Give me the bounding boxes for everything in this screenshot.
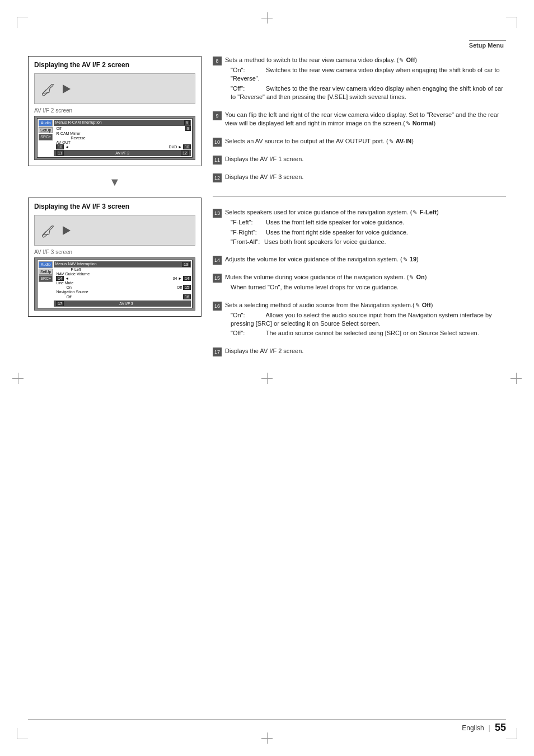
menu-row-nav-5: On Off 15 [54, 285, 191, 289]
corner-mark-tl [17, 17, 28, 28]
item-num-11: 11 [213, 156, 222, 165]
menu-title-row-avif3: Menus NAV Interruption 13 [54, 261, 191, 267]
header-title: Setup Menu [469, 40, 506, 49]
item-text-12: Displays the AV I/F 3 screen. [225, 173, 506, 183]
menu-btn-setup-3: SetUp [39, 269, 53, 275]
menu-btn-setup: SetUp [39, 127, 53, 134]
list-item-12: 12 Displays the AV I/F 3 screen. [213, 173, 506, 183]
list-item-9: 9 You can flip the left and right of the… [213, 111, 506, 130]
item-text-9: You can flip the left and right of the r… [225, 111, 506, 130]
item-num-16: 16 [213, 302, 222, 311]
item-num-10: 10 [213, 138, 222, 147]
menu-bottom-avif2: 11 AV I/F 2 12 [54, 150, 191, 156]
menu-btn-src: SRC+ [39, 134, 53, 140]
menu-left-buttons-avif3: Audio SetUp SRC+ [39, 261, 53, 307]
menu-bottom-avif3: 17 AV I/F 3 [54, 300, 191, 307]
item-text-11: Displays the AV I/F 1 screen. [225, 155, 506, 165]
menu-btn-audio: Audio [39, 120, 53, 126]
cross-left [12, 373, 24, 384]
item-num-14: 14 [213, 256, 222, 265]
list-item-11: 11 Displays the AV I/F 1 screen. [213, 155, 506, 165]
section-avif2-title: Displaying the AV I/F 2 screen [34, 61, 195, 69]
item-text-8: Sets a method to switch to the rear view… [225, 56, 506, 103]
item-num-8: 8 [213, 57, 222, 65]
menu-content-avif3: Menus NAV Interruption 13 F-Left NAV Gui… [54, 261, 191, 307]
menu-row-3: Reverse [54, 136, 191, 140]
menu-btn-src-3: SRC+ [39, 275, 53, 282]
list-item-15: 15 Mutes the volume during voice guidanc… [213, 273, 506, 293]
left-column: Displaying the AV I/F 2 screen AV I/F 2 … [28, 56, 202, 722]
item-text-16: Sets a selecting method of audio source … [225, 301, 506, 339]
menu-left-buttons-avif2: Audio SetUp SRC+ [39, 120, 53, 156]
menu-row-nav-7: Off 16 [54, 294, 191, 299]
header-bar: Setup Menu [28, 38, 506, 50]
wrench-icon-2 [39, 222, 57, 240]
list-item-8: 8 Sets a method to switch to the rear vi… [213, 56, 506, 103]
section-avif2: Displaying the AV I/F 2 screen AV I/F 2 … [28, 56, 202, 166]
menu-row-nav-3: 14 ◄ 34 ► 14 [54, 276, 191, 280]
menu-btn-audio-3: Audio [39, 261, 53, 268]
item-text-15: Mutes the volume during voice guidance o… [225, 273, 506, 293]
item-num-17: 17 [213, 348, 222, 356]
footer: English | 55 [28, 719, 506, 734]
item-num-13: 13 [213, 209, 222, 218]
menu-row-4: AV-OUT [54, 140, 191, 144]
screen-label-avif2: AV I/F 2 screen [34, 107, 195, 114]
corner-mark-bl [17, 728, 28, 739]
main-content: Displaying the AV I/F 2 screen AV I/F 2 … [28, 56, 506, 722]
item-num-15: 15 [213, 274, 222, 283]
arrow-down: ▼ [28, 176, 202, 187]
cross-top [261, 12, 273, 24]
item-num-9: 9 [213, 111, 222, 120]
screen-mockup-avif2 [34, 73, 195, 104]
menu-row-1: Off 9 [54, 126, 191, 131]
list-item-10: 10 Selects an AV source to be output at … [213, 137, 506, 147]
corner-mark-br [506, 728, 517, 739]
list-item-16: 16 Sets a selecting method of audio sour… [213, 301, 506, 339]
right-column: 8 Sets a method to switch to the rear vi… [213, 56, 506, 722]
cross-bottom [261, 732, 273, 744]
cross-right [510, 373, 522, 384]
menu-row-nav-4: Line Mute [54, 281, 191, 285]
corner-mark-tr [506, 17, 517, 28]
footer-language: English [462, 724, 484, 732]
menu-row-nav-2: NAV Guide Volume [54, 272, 191, 276]
play-icon-avif3 [63, 226, 71, 235]
screen-mockup-avif3 [34, 215, 195, 246]
section-avif3-title: Displaying the AV I/F 3 screen [34, 203, 195, 210]
section-avif3: Displaying the AV I/F 3 screen AV I/F 3 … [28, 198, 202, 317]
list-item-14: 14 Adjusts the volume for voice guidance… [213, 255, 506, 265]
item-num-12: 12 [213, 173, 222, 182]
menu-title-row-avif2: Menus R-CAM Interruption 8 [54, 120, 191, 126]
item-text-17: Displays the AV I/F 2 screen. [225, 347, 506, 357]
section-divider [213, 196, 506, 197]
list-item-13: 13 Selects speakers used for voice guida… [213, 208, 506, 247]
item-text-13: Selects speakers used for voice guidance… [225, 208, 506, 247]
wrench-icon [39, 80, 57, 98]
menu-row-nav-6: Navigation Source [54, 290, 191, 294]
footer-page-number: 55 [495, 722, 506, 734]
menu-screen-avif2: Audio SetUp SRC+ Menus R-CAM Interruptio… [34, 116, 195, 160]
menu-row-nav-1: F-Left [54, 267, 191, 271]
menu-row-5: 10 ◄ DVD ► 10 [54, 145, 191, 149]
list-item-17: 17 Displays the AV I/F 2 screen. [213, 347, 506, 357]
menu-content-avif2: Menus R-CAM Interruption 8 Off 9 R-CAM M… [54, 120, 191, 156]
screen-label-avif3: AV I/F 3 screen [34, 249, 195, 255]
play-icon-avif2 [63, 84, 71, 93]
footer-pipe: | [489, 724, 490, 732]
item-text-14: Adjusts the volume for voice guidance of… [225, 255, 506, 265]
menu-row-2: R-CAM Mirror [54, 132, 191, 135]
menu-screen-avif3: Audio SetUp SRC+ Menus NAV Interruption … [34, 257, 195, 311]
item-text-10: Selects an AV source to be output at the… [225, 137, 506, 147]
